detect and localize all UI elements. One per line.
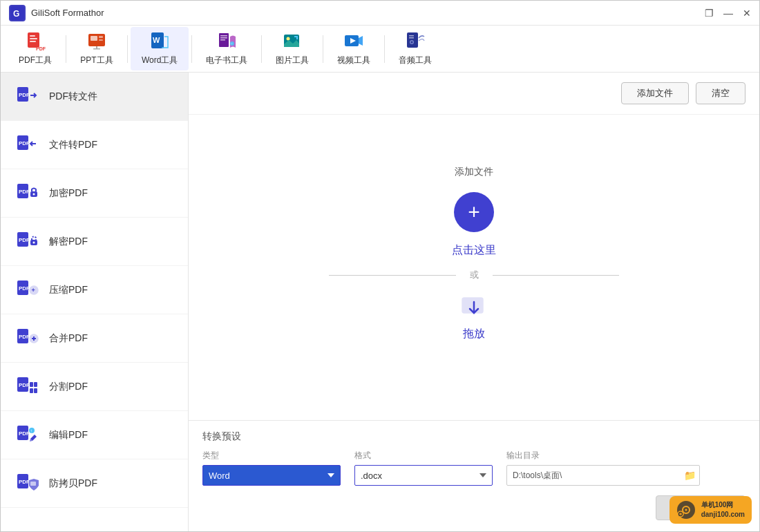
svg-rect-55 [30,388,33,393]
sidebar-label-edit-pdf: 编辑PDF [49,429,88,441]
toolbar-item-ppt[interactable]: PPT工具 [69,27,124,70]
output-path-input[interactable] [506,465,700,486]
clear-button[interactable]: 清空 [696,82,745,104]
video-tool-icon [343,31,364,52]
svg-text:PDF: PDF [19,285,30,292]
svg-point-68 [685,509,687,511]
svg-point-29 [411,41,413,44]
pdf-to-file-icon: PDF [15,84,39,109]
sidebar-label-protect-pdf: 防拷贝PDF [49,477,97,490]
toolbar-item-pdf[interactable]: PDF PDF工具 [8,27,63,70]
svg-text:PDF: PDF [19,92,30,98]
divider-right [493,275,620,276]
format-field-group: 格式 .docx .doc [354,450,493,486]
svg-point-37 [33,193,35,195]
sidebar-item-decrypt-pdf[interactable]: PDF 解密PDF [1,218,188,266]
toolbar-sep-2 [127,35,128,63]
add-file-button[interactable]: 添加文件 [621,82,689,104]
bottom-panel-title: 转换预设 [202,430,745,443]
drop-click-label[interactable]: 点击这里 [452,243,496,258]
svg-text:PDF: PDF [19,189,30,195]
toolbar-label-video: 视频工具 [337,55,370,66]
toolbar-item-image[interactable]: 图片工具 [265,27,320,70]
svg-text:PDF: PDF [19,430,30,437]
toolbar-label-pdf: PDF工具 [19,55,52,66]
sidebar-label-merge-pdf: 合并PDF [49,332,88,345]
svg-rect-54 [34,382,37,387]
sidebar-item-compress-pdf[interactable]: PDF + 压缩PDF [1,266,188,314]
protect-pdf-icon: PDF [15,471,39,496]
toolbar-label-ebook: 电子书工具 [206,55,247,66]
drag-drop-area[interactable]: 拖放 [459,292,488,341]
decrypt-pdf-icon: PDF [15,229,39,254]
toolbar-item-word[interactable]: W Word工具 [131,27,189,70]
svg-rect-17 [220,37,227,39]
svg-rect-63 [30,482,36,486]
sidebar: PDF PDF转文件 PDF 文件转PDF [1,73,189,531]
toolbar-item-ebook[interactable]: ↑ 电子书工具 [195,27,258,70]
ppt-tool-icon [86,31,107,52]
format-select[interactable]: .docx .doc [354,465,493,486]
svg-rect-4 [30,38,37,39]
svg-point-70 [679,513,682,515]
folder-icon[interactable]: 📁 [684,470,696,481]
close-button[interactable]: ✕ [743,8,751,18]
sidebar-item-pdf-to-file[interactable]: PDF PDF转文件 [1,73,188,121]
drag-icon [459,292,488,321]
svg-text:+: + [32,287,35,294]
sidebar-item-protect-pdf[interactable]: PDF 防拷贝PDF [1,459,188,508]
app-logo: G GiliSoft Formathor [9,5,104,21]
svg-rect-10 [99,39,103,41]
sidebar-item-file-to-pdf[interactable]: PDF 文件转PDF [1,121,188,169]
svg-text:↑: ↑ [30,428,33,433]
svg-text:PDF: PDF [19,382,30,388]
compress-pdf-icon: PDF + [15,278,39,303]
toolbar-item-audio[interactable]: 音频工具 [388,27,443,70]
drop-circle-button[interactable]: + [454,192,494,232]
split-pdf-icon: PDF [15,374,39,399]
drop-area: 添加文件 + 点击这里 或 拖放 [189,115,759,420]
type-select[interactable]: Word Excel PPT HTML Text [202,465,341,486]
restore-button[interactable]: ❐ [705,8,714,18]
svg-rect-12 [93,48,100,50]
svg-rect-5 [30,41,36,42]
toolbar-sep-4 [261,35,262,63]
toolbar-sep-6 [384,35,385,63]
divider-left [329,275,456,276]
svg-rect-9 [99,36,103,38]
sidebar-item-split-pdf[interactable]: PDF 分割PDF [1,363,188,411]
toolbar-sep-3 [191,35,192,63]
svg-rect-8 [91,36,97,41]
word-tool-icon: W [149,31,170,52]
title-bar: G GiliSoft Formathor ❐ — ✕ [1,1,759,26]
type-field-group: 类型 Word Excel PPT HTML Text [202,450,341,486]
toolbar-item-video[interactable]: 视频工具 [326,27,381,70]
watermark: 单机100网 danji100.com [669,496,752,524]
logo-icon: G [9,5,26,21]
toolbar-label-ppt: PPT工具 [80,55,113,66]
pdf-tool-icon: PDF [25,31,46,52]
svg-text:PDF: PDF [19,140,30,146]
output-field-group: 输出目录 📁 [506,450,700,486]
sidebar-item-encrypt-pdf[interactable]: PDF 加密PDF [1,169,188,218]
toolbar-label-audio: 音频工具 [399,55,432,66]
encrypt-pdf-icon: PDF [15,181,39,206]
app-title: GiliSoft Formathor [31,8,104,18]
content-toolbar: 添加文件 清空 [189,73,759,115]
svg-text:PDF: PDF [36,46,46,51]
toolbar-label-word: Word工具 [142,55,178,66]
svg-text:↑: ↑ [231,41,234,46]
svg-rect-25 [407,32,418,48]
type-label: 类型 [202,450,341,462]
sidebar-label-decrypt-pdf: 解密PDF [49,236,88,248]
svg-text:PDF: PDF [19,334,30,340]
main-toolbar: PDF PDF工具 PPT工具 [1,26,759,73]
minimize-button[interactable]: — [723,8,733,18]
sidebar-item-edit-pdf[interactable]: PDF ↑ 编辑PDF [1,411,188,459]
sidebar-label-split-pdf: 分割PDF [49,381,88,393]
path-wrapper: 📁 [506,465,700,486]
sidebar-item-merge-pdf[interactable]: PDF 合并PDF [1,314,188,363]
image-tool-icon [282,31,303,52]
watermark-text: 单机100网 danji100.com [701,500,745,520]
svg-point-41 [33,241,35,243]
